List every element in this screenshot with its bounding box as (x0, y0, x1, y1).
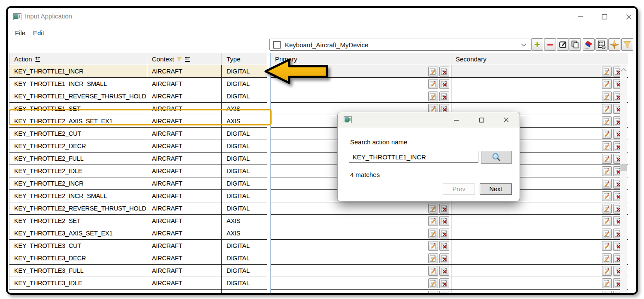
table-row[interactable]: KEY_THROTTLE2_DECRAIRCRAFTDIGITAL (9, 140, 267, 153)
binding-row[interactable] (271, 90, 628, 103)
table-row[interactable]: KEY_THROTTLE1_SETAIRCRAFTAXIS (9, 103, 267, 115)
edit-binding-button[interactable] (602, 278, 612, 288)
remove-button[interactable]: − (544, 38, 556, 51)
joystick-button[interactable] (608, 38, 620, 51)
edit-binding-button[interactable] (602, 166, 612, 176)
binding-row[interactable] (271, 265, 628, 277)
binding-row[interactable] (271, 240, 628, 252)
prev-button[interactable]: Prev (443, 183, 475, 195)
edit-binding-button[interactable] (602, 92, 612, 101)
table-row[interactable]: KEY_THROTTLE3_FULLAIRCRAFTDIGITAL (9, 265, 267, 277)
table-row[interactable]: KEY_THROTTLE1_INCR_SMALLAIRCRAFTDIGITAL (9, 78, 267, 90)
binding-row[interactable] (271, 227, 628, 240)
edit-binding-button[interactable] (602, 179, 612, 189)
edit-binding-button[interactable] (428, 253, 438, 263)
table-row[interactable]: KEY_THROTTLE3_AXIS_SET_EX1AIRCRAFTAXIS (9, 227, 267, 240)
edit-binding-button[interactable] (428, 204, 438, 214)
add-button[interactable]: + (531, 38, 543, 51)
edit-binding-button[interactable] (602, 291, 612, 293)
table-row[interactable]: KEY_THROTTLE2_REVERSE_THRUST_HOLDAIRCRAF… (9, 202, 267, 215)
column-header-context[interactable]: Context (147, 53, 222, 65)
edit-binding-button[interactable] (602, 154, 612, 164)
edit-binding-button[interactable] (602, 266, 612, 276)
eraser-button[interactable] (583, 38, 595, 51)
edit-binding-button[interactable] (602, 129, 612, 139)
maximize-icon (479, 117, 484, 123)
filter-button[interactable] (621, 38, 633, 51)
edit-binding-button[interactable] (428, 266, 438, 276)
binding-row[interactable] (271, 215, 628, 227)
close-button[interactable] (500, 114, 513, 125)
next-button[interactable]: Next (480, 183, 512, 195)
vertical-scrollbar[interactable] (620, 65, 627, 293)
copy-button[interactable] (569, 38, 581, 51)
table-row[interactable] (9, 290, 267, 293)
table-row[interactable]: KEY_THROTTLE2_INCRAIRCRAFTDIGITAL (9, 177, 267, 190)
binding-row[interactable] (271, 290, 628, 293)
delete-binding-button[interactable] (439, 216, 449, 226)
edit-binding-button[interactable] (602, 229, 612, 238)
edit-binding-button[interactable] (428, 216, 438, 226)
delete-binding-button[interactable] (439, 79, 449, 89)
table-row[interactable]: KEY_THROTTLE2_SETAIRCRAFTAXIS (9, 215, 267, 227)
binding-row[interactable] (271, 202, 628, 215)
edit-binding-button[interactable] (428, 278, 438, 288)
delete-binding-button[interactable] (439, 253, 449, 263)
table-row[interactable]: KEY_THROTTLE1_INCRAIRCRAFTDIGITAL (9, 65, 267, 78)
maximize-button[interactable] (475, 114, 488, 125)
menu-edit[interactable]: Edit (30, 28, 47, 37)
edit-binding-button[interactable] (602, 241, 612, 251)
table-row[interactable]: KEY_THROTTLE1_REVERSE_THRUST_HOLDAIRCRAF… (9, 90, 267, 103)
delete-binding-button[interactable] (439, 291, 449, 293)
edit-binding-button[interactable] (602, 191, 612, 201)
edit-button[interactable] (557, 38, 569, 51)
maximize-button[interactable] (597, 11, 612, 23)
column-header-type[interactable]: Type (222, 53, 267, 65)
binding-row[interactable] (271, 252, 628, 265)
column-header-action[interactable]: Action (9, 53, 147, 65)
context-cell: AIRCRAFT (147, 90, 222, 102)
edit-binding-button[interactable] (602, 204, 612, 214)
scrollbar-thumb[interactable] (620, 164, 627, 171)
device-selector[interactable]: Keyboard_Aircraft_MyDevice (269, 39, 531, 51)
table-row[interactable]: KEY_THROTTLE3_DECRAIRCRAFTDIGITAL (9, 252, 267, 265)
edit-binding-button[interactable] (602, 216, 612, 226)
delete-binding-button[interactable] (439, 266, 449, 276)
table-row[interactable]: KEY_THROTTLE2_AXIS_SET_EX1AIRCRAFTAXIS (9, 115, 267, 128)
table-row[interactable]: KEY_THROTTLE2_INCR_SMALLAIRCRAFTDIGITAL (9, 190, 267, 202)
table-row[interactable]: KEY_THROTTLE2_FULLAIRCRAFTDIGITAL (9, 153, 267, 165)
close-button[interactable] (621, 11, 636, 23)
edit-binding-button[interactable] (602, 253, 612, 263)
edit-binding-button[interactable] (602, 79, 612, 89)
edit-binding-button[interactable] (428, 229, 438, 238)
edit-binding-button[interactable] (428, 92, 438, 101)
edit-binding-button[interactable] (602, 67, 612, 76)
delete-binding-button[interactable] (439, 67, 449, 76)
column-header-secondary[interactable]: Secondary (451, 53, 628, 65)
table-row[interactable]: KEY_THROTTLE2_IDLEAIRCRAFTDIGITAL (9, 165, 267, 177)
edit-binding-button[interactable] (602, 116, 612, 126)
edit-binding-button[interactable] (428, 67, 438, 76)
minimize-button[interactable] (450, 114, 463, 125)
edit-binding-button[interactable] (428, 241, 438, 251)
delete-binding-button[interactable] (439, 241, 449, 251)
table-row[interactable]: KEY_THROTTLE2_CUTAIRCRAFTDIGITAL (9, 128, 267, 140)
table-row[interactable]: KEY_THROTTLE3_IDLEAIRCRAFTDIGITAL (9, 277, 267, 290)
delete-binding-button[interactable] (439, 92, 449, 101)
search-input[interactable] (349, 151, 478, 163)
edit-binding-button[interactable] (428, 291, 438, 293)
minimize-button[interactable] (573, 11, 588, 23)
edit-binding-button[interactable] (428, 79, 438, 89)
device-checkbox[interactable] (273, 41, 281, 49)
binding-row[interactable] (271, 277, 628, 290)
report-button[interactable] (596, 38, 608, 51)
table-row[interactable]: KEY_THROTTLE3_CUTAIRCRAFTDIGITAL (9, 240, 267, 252)
type-cell: DIGITAL (222, 140, 267, 152)
edit-binding-button[interactable] (602, 141, 612, 151)
search-button[interactable] (481, 151, 512, 164)
delete-binding-button[interactable] (439, 278, 449, 288)
edit-binding-button[interactable] (602, 104, 612, 114)
menu-file[interactable]: File (12, 28, 28, 37)
delete-binding-button[interactable] (439, 204, 449, 214)
delete-binding-button[interactable] (439, 229, 449, 238)
